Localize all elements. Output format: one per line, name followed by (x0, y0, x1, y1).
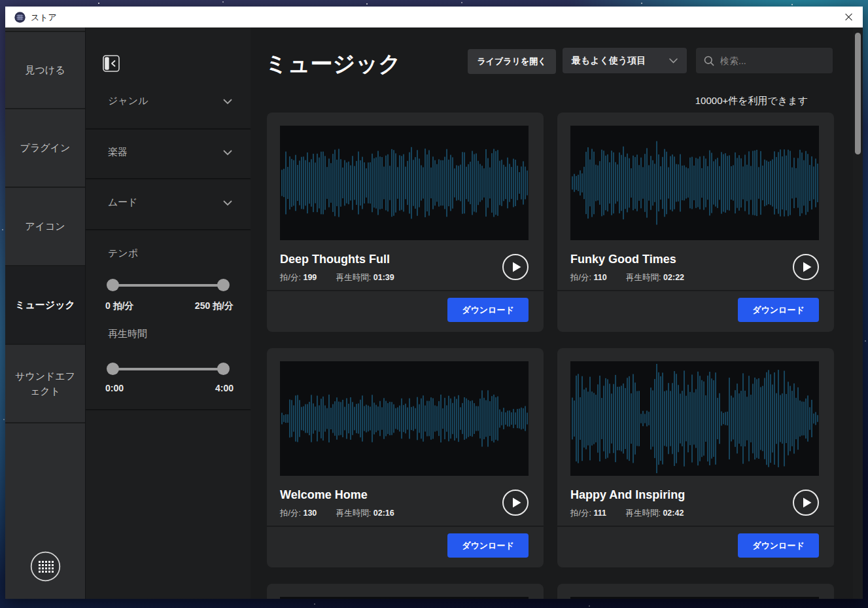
bpm-value: 111 (593, 509, 606, 518)
collapse-sidebar-icon[interactable] (103, 55, 120, 72)
play-icon[interactable] (792, 253, 820, 281)
duration-label: 再生時間: (625, 509, 660, 518)
chevron-down-icon (669, 58, 678, 63)
sidebar-bottom (5, 423, 85, 599)
duration-value: 02:42 (663, 509, 684, 518)
search-icon (704, 56, 714, 66)
track-meta: 拍/分: 111 再生時間: 02:42 (570, 508, 684, 519)
store-app-icon (14, 12, 26, 23)
sidebar-item-icons[interactable]: アイコン (5, 188, 85, 266)
chevron-down-icon (223, 150, 232, 156)
tempo-slider-track[interactable] (108, 284, 228, 287)
duration-label: 再生時間: (626, 273, 661, 282)
divider (557, 526, 834, 527)
divider (267, 290, 544, 291)
filter-group-instrument[interactable]: 楽器 (86, 146, 251, 162)
desktop-background: ストア 見つける プラグイン アイコン ミュージック サウンドエフェクト (0, 0, 868, 608)
play-icon[interactable] (502, 489, 529, 516)
duration-slider-track[interactable] (108, 368, 228, 370)
duration-min-label: 0:00 (105, 383, 124, 393)
bpm-label: 拍/分: (570, 509, 591, 518)
waveform-image (570, 361, 819, 476)
duration-label: 再生時間 (108, 328, 147, 340)
filter-group-genre[interactable]: ジャンル (86, 95, 251, 111)
filter-label-instrument: 楽器 (108, 146, 128, 158)
tempo-max-label: 250 拍/分 (195, 300, 234, 312)
track-card-partial[interactable] (267, 584, 544, 599)
scrollbar-track[interactable] (853, 27, 863, 599)
bpm-label: 拍/分: (570, 273, 591, 282)
download-button[interactable]: ダウンロード (447, 298, 529, 322)
scrollbar-thumb[interactable] (855, 33, 861, 154)
track-title: Happy And Inspiring (570, 488, 685, 502)
store-window: ストア 見つける プラグイン アイコン ミュージック サウンドエフェクト (5, 7, 863, 599)
sidebar-item-sound-effects[interactable]: サウンドエフェクト (5, 345, 85, 423)
waveform-image (280, 126, 529, 240)
track-card[interactable]: Happy And Inspiring 拍/分: 111 再生時間: 02:42… (557, 348, 834, 567)
download-button[interactable]: ダウンロード (447, 533, 529, 558)
duration-slider[interactable] (108, 363, 228, 375)
duration-label: 再生時間: (336, 273, 371, 282)
duration-slider-min-handle[interactable] (107, 363, 119, 375)
filter-label-mood: ムード (108, 196, 138, 209)
track-meta: 拍/分: 199 再生時間: 01:39 (280, 272, 394, 283)
duration-range-labels: 0:00 4:00 (105, 383, 234, 393)
desktop-stars (0, 0, 1, 1)
sidebar-item-discover[interactable]: 見つける (5, 31, 85, 109)
tempo-slider-min-handle[interactable] (107, 279, 119, 291)
chevron-down-icon (223, 200, 232, 206)
chevron-down-icon (223, 99, 232, 105)
duration-max-label: 4:00 (215, 383, 234, 393)
close-icon[interactable] (844, 12, 854, 22)
duration-value: 01:39 (373, 273, 394, 282)
play-icon[interactable] (792, 489, 820, 516)
bpm-value: 130 (303, 509, 317, 518)
tempo-min-label: 0 拍/分 (105, 300, 134, 312)
divider (86, 128, 251, 130)
waveform-image (280, 361, 529, 476)
bpm-label: 拍/分: (280, 509, 301, 518)
divider (557, 290, 834, 291)
track-card[interactable]: Deep Thoughts Full 拍/分: 199 再生時間: 01:39 … (267, 113, 544, 332)
tempo-range-labels: 0 拍/分 250 拍/分 (105, 300, 234, 312)
page-title: ミュージック (265, 49, 401, 79)
duration-slider-max-handle[interactable] (217, 363, 230, 375)
window-title: ストア (31, 12, 57, 24)
tempo-label: テンポ (108, 247, 138, 260)
waveform-image (570, 597, 819, 599)
track-card-partial[interactable] (557, 584, 834, 599)
track-title: Welcome Home (280, 488, 368, 502)
titlebar: ストア (5, 7, 863, 27)
duration-value: 02:16 (373, 509, 394, 518)
duration-value: 02:22 (663, 273, 684, 282)
divider (86, 409, 251, 410)
divider (267, 526, 544, 527)
filter-group-mood[interactable]: ムード (86, 196, 251, 212)
results-count: 10000+件を利用できます (695, 95, 808, 107)
track-meta: 拍/分: 130 再生時間: 02:16 (280, 508, 394, 519)
sidebar-item-plugins[interactable]: プラグイン (5, 109, 85, 188)
search-input[interactable] (720, 56, 839, 66)
duration-label: 再生時間: (336, 509, 371, 518)
divider (86, 229, 251, 230)
sort-dropdown-value: 最もよく使う項目 (572, 55, 669, 67)
track-card[interactable]: Funky Good Times 拍/分: 110 再生時間: 02:22 ダウ… (557, 113, 834, 332)
waveform-image (280, 597, 529, 599)
waveform-image (570, 126, 819, 240)
search-field[interactable] (696, 48, 833, 73)
open-library-button[interactable]: ライブラリを開く (468, 49, 556, 74)
bpm-label: 拍/分: (280, 273, 301, 282)
apps-grid-icon[interactable] (30, 551, 61, 582)
tempo-slider-max-handle[interactable] (217, 279, 230, 291)
sort-dropdown[interactable]: 最もよく使う項目 (563, 48, 687, 73)
track-title: Funky Good Times (570, 253, 676, 266)
download-button[interactable]: ダウンロード (738, 533, 819, 558)
play-icon[interactable] (502, 253, 529, 281)
bpm-value: 199 (303, 273, 317, 282)
sidebar-item-music[interactable]: ミュージック (5, 266, 85, 345)
divider (86, 178, 251, 179)
tempo-slider[interactable] (108, 279, 228, 291)
track-card[interactable]: Welcome Home 拍/分: 130 再生時間: 02:16 ダウンロード (267, 348, 544, 567)
bpm-value: 110 (593, 273, 606, 282)
download-button[interactable]: ダウンロード (738, 298, 819, 322)
